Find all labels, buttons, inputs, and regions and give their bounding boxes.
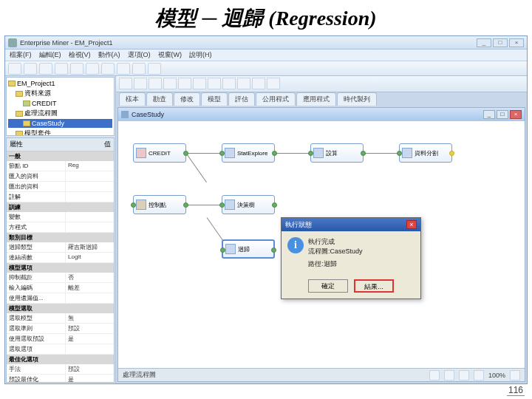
palette-icon[interactable]: [193, 78, 206, 89]
minimize-button[interactable]: _: [477, 38, 491, 47]
toolbar-button[interactable]: [101, 63, 115, 75]
props-row[interactable]: 選取選項: [7, 344, 114, 355]
palette-icon[interactable]: [178, 78, 191, 89]
menu-file[interactable]: 檔案(F): [10, 50, 32, 60]
toolbar-button[interactable]: [24, 63, 37, 75]
right-panel: 樣本 勘查 修改 模型 評估 公用程式 應用程式 時代製列 CaseStudy …: [116, 76, 527, 383]
results-button[interactable]: 結果...: [354, 279, 394, 293]
dialog-close-button[interactable]: ×: [406, 220, 417, 229]
tab-assess[interactable]: 評估: [228, 92, 255, 106]
diagram-icon: [23, 120, 30, 126]
toolbar-button[interactable]: [86, 63, 99, 75]
props-row[interactable]: 預設最佳化是: [7, 375, 114, 383]
props-row[interactable]: 選取準則預設: [7, 324, 114, 334]
toolbar-button[interactable]: [70, 63, 83, 75]
node-impute[interactable]: 設算: [310, 143, 364, 163]
palette-icon[interactable]: [222, 78, 236, 89]
tree-row-selected[interactable]: CaseStudy: [8, 119, 112, 128]
node-control[interactable]: 控制點: [133, 195, 186, 214]
diagram-title: CaseStudy: [132, 111, 164, 118]
props-row[interactable]: 變數: [7, 212, 114, 222]
tab-utility[interactable]: 公用程式: [256, 92, 296, 106]
props-row[interactable]: 連結函數Logit: [7, 253, 114, 263]
menu-action[interactable]: 動作(A): [98, 50, 120, 60]
palette-icon[interactable]: [252, 78, 265, 89]
ok-button[interactable]: 確定: [308, 279, 348, 293]
tree-row[interactable]: EM_Project1: [8, 79, 112, 88]
refresh-icon[interactable]: [510, 370, 520, 381]
nav-button[interactable]: [444, 370, 454, 381]
app-body: EM_Project1 資料來源 CREDIT 處理流程圖 CaseStudy …: [5, 76, 527, 383]
node-regression[interactable]: 迴歸: [222, 239, 275, 259]
props-section: 模型選取: [7, 304, 114, 313]
regression-icon: [225, 244, 236, 254]
toolbar: [5, 61, 527, 76]
node-decision-tree[interactable]: 決策樹: [222, 195, 275, 214]
toolbar-button[interactable]: [148, 63, 161, 75]
props-row[interactable]: 方程式: [7, 222, 114, 233]
titlebar: Enterprise Miner - EM_Project1 _ □ ×: [5, 36, 527, 50]
tree-row[interactable]: 資料來源: [8, 88, 112, 99]
diagram-max-button[interactable]: □: [497, 110, 508, 119]
props-row[interactable]: 註解: [7, 192, 114, 202]
diagram-min-button[interactable]: _: [483, 110, 495, 119]
zoom-in-icon[interactable]: [474, 370, 484, 381]
tab-sample[interactable]: 樣本: [119, 92, 146, 106]
close-button[interactable]: ×: [509, 38, 524, 47]
dialog-line2: 流程圖:CaseStudy: [308, 247, 363, 256]
diagram-canvas[interactable]: CREDIT StatExplore 設算: [118, 121, 525, 368]
tab-explore[interactable]: 勘查: [146, 92, 173, 106]
palette-icon[interactable]: [119, 78, 132, 89]
menu-edit[interactable]: 編輯(E): [39, 50, 61, 60]
props-row[interactable]: 抑制截距否: [7, 273, 114, 283]
palette-icon[interactable]: [134, 78, 147, 89]
tab-model[interactable]: 模型: [201, 92, 228, 106]
props-header: 屬性值: [7, 138, 114, 151]
node-partition[interactable]: 資料分割: [399, 143, 452, 163]
palette-icon[interactable]: [149, 78, 162, 89]
props-row[interactable]: 節點 IDReg: [7, 161, 114, 171]
menu-window[interactable]: 視窗(W): [158, 50, 183, 60]
props-row[interactable]: 手法預設: [7, 364, 114, 375]
toolbar-button[interactable]: [117, 63, 130, 75]
data-icon: [23, 100, 30, 106]
diagram-icon: [121, 111, 129, 118]
props-row[interactable]: 匯入的資料: [7, 171, 114, 182]
palette-icon[interactable]: [237, 78, 250, 89]
toolbar-button[interactable]: [55, 63, 68, 75]
props-row[interactable]: 迴歸類型羅吉斯迴歸: [7, 242, 114, 253]
toolbar-button[interactable]: [39, 63, 52, 75]
palette-icon[interactable]: [267, 78, 280, 89]
tree-row[interactable]: 模型套件: [8, 128, 112, 136]
menu-options[interactable]: 選項(O): [128, 50, 151, 60]
node-statexplore[interactable]: StatExplore: [222, 143, 275, 163]
props-row[interactable]: 匯出的資料: [7, 182, 114, 192]
zoom-out-icon[interactable]: [459, 370, 469, 381]
project-tree[interactable]: EM_Project1 資料來源 CREDIT 處理流程圖 CaseStudy …: [6, 77, 115, 136]
port-icon: [397, 151, 402, 156]
zoom-level: 100%: [488, 372, 505, 379]
dialog-line1: 執行完成: [308, 237, 363, 247]
menu-view[interactable]: 檢視(V): [69, 50, 91, 60]
tab-apps[interactable]: 應用程式: [296, 92, 336, 106]
tab-modify[interactable]: 修改: [174, 92, 200, 106]
maximize-button[interactable]: □: [493, 38, 508, 47]
palette-icon[interactable]: [163, 78, 177, 89]
toolbar-button[interactable]: [132, 63, 146, 75]
tree-row[interactable]: 處理流程圖: [8, 108, 112, 119]
menu-help[interactable]: 說明(H): [189, 50, 212, 60]
tab-series[interactable]: 時代製列: [337, 92, 377, 106]
props-row[interactable]: 選取模型無: [7, 313, 114, 324]
props-row[interactable]: 使用選取預設是: [7, 334, 114, 344]
toolbar-button[interactable]: [8, 63, 21, 75]
diagram-close-button[interactable]: ×: [510, 110, 522, 119]
tree-row[interactable]: CREDIT: [8, 99, 112, 108]
nav-button[interactable]: [429, 370, 440, 381]
port-icon: [219, 151, 225, 156]
props-row[interactable]: 使用遺漏值...: [7, 293, 114, 304]
props-row[interactable]: 輸入編碼離差: [7, 283, 114, 293]
port-icon: [308, 151, 313, 156]
palette-icon[interactable]: [208, 78, 221, 89]
node-credit[interactable]: CREDIT: [133, 143, 186, 163]
edge: [275, 153, 310, 154]
